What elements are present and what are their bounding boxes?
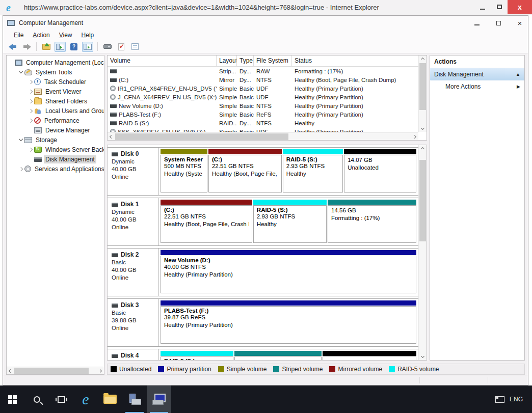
volume-vertical-scrollbar[interactable] <box>418 56 427 132</box>
column-header-volume[interactable]: Volume <box>108 56 217 66</box>
volume-horizontal-scrollbar[interactable] <box>108 132 418 140</box>
help-button[interactable]: ? <box>68 42 79 52</box>
browser-close-button[interactable]: x <box>508 0 532 14</box>
app-minimize-button[interactable] <box>473 19 481 27</box>
volume-row-plabs-test-f[interactable]: PLABS-Test (F:)SimpleBasicReFSHealthy (P… <box>108 110 418 119</box>
language-indicator[interactable]: ENG <box>510 396 523 403</box>
collapse-icon[interactable]: ▲ <box>516 72 520 77</box>
scroll-left-button[interactable] <box>7 367 14 375</box>
tree-item-system-tools[interactable]: System Tools <box>7 67 104 77</box>
partition-new-volume-d[interactable]: New Volume (D:)40.00 GB NTFSHealthy (Pri… <box>161 250 416 293</box>
expander-icon[interactable] <box>29 147 33 151</box>
tree-item-computer-management-local[interactable]: Computer Management (Local <box>7 58 104 67</box>
partition-c[interactable]: (C:)22.51 GB NTFSHealthy (Boot, Page Fil… <box>208 149 282 192</box>
scrollbar-thumb[interactable] <box>115 133 288 140</box>
taskbar-server-manager[interactable] <box>122 386 147 413</box>
menu-file[interactable]: File <box>9 31 28 40</box>
volume-row-new-volume-d[interactable]: New Volume (D:)SimpleBasicNTFSHealthy (P… <box>108 101 418 110</box>
volume-row-j-cena-x64frev-en-us-dv5-x[interactable]: J_CENA_X64FREV_EN-US_DV5 (X:)SimpleBasic… <box>108 93 418 101</box>
volume-row-sss-x64frev-en-us-dv9-z[interactable]: SSS_X64FREV_EN-US_DV9 (Z:)SimpleBasicUDF… <box>108 127 418 132</box>
taskbar-file-explorer[interactable] <box>98 386 122 413</box>
expander-icon[interactable] <box>19 167 23 171</box>
partition-formatting-17[interactable]: 14.56 GBFormatting : (17%) <box>328 200 416 243</box>
toggle-action-pane-button[interactable] <box>82 42 93 52</box>
volume-row-blank[interactable]: Strip...Dy...RAWFormatting : (17%) <box>108 67 418 75</box>
taskbar-search-button[interactable] <box>24 386 49 413</box>
taskbar-computer-management[interactable] <box>147 386 171 413</box>
column-header-layout[interactable]: Layout <box>217 56 237 66</box>
partition-c[interactable]: (C:)22.51 GB NTFSHealthy (Boot, Page Fil… <box>161 200 252 243</box>
column-header-file-system[interactable]: File System <box>254 56 292 66</box>
app-close-button[interactable]: × <box>516 19 524 27</box>
back-button[interactable] <box>7 42 18 52</box>
disk-type: Dynamic <box>112 158 154 166</box>
volume-row-raid-5-s[interactable]: RAID-5 (S:)RAID...Dy...NTFSHealthy <box>108 119 418 127</box>
more-actions-item[interactable]: More Actions ▶ <box>430 80 524 93</box>
tree-item-windows-server-backup[interactable]: Windows Server Backup <box>7 145 104 154</box>
partition-region[interactable] <box>323 351 416 360</box>
tree-item-performance[interactable]: Performance <box>7 116 104 125</box>
browser-maximize-button[interactable] <box>491 0 508 14</box>
tree-horizontal-scrollbar[interactable] <box>7 367 104 374</box>
partition-raid-5-s[interactable]: RAID-5 (S:)2.93 GB NTFSHealthy <box>283 149 343 192</box>
column-header-type[interactable]: Type <box>237 56 254 66</box>
tree-item-storage[interactable]: Storage <box>7 135 104 145</box>
disk-properties-button[interactable] <box>102 42 113 52</box>
forward-button[interactable] <box>21 42 32 52</box>
tree-item-event-viewer[interactable]: Event Viewer <box>7 87 104 96</box>
partition-raid-5-s[interactable]: RAID-5 (S:) <box>161 351 233 360</box>
tree-item-device-manager[interactable]: Device Manager <box>7 125 104 135</box>
disk-label[interactable]: Disk 1Dynamic40.00 GBOnline <box>108 198 158 245</box>
tree-item-local-users-and-groups[interactable]: Local Users and Groups <box>7 106 104 116</box>
scroll-up-button[interactable] <box>419 145 427 153</box>
volume-row-c[interactable]: (C:)MirrorDy...NTFSHealthy (Boot, Page F… <box>108 75 418 84</box>
tools-icon <box>24 69 32 75</box>
tree-item-services-and-applications[interactable]: Services and Applications <box>7 164 104 174</box>
scroll-up-button[interactable] <box>419 56 427 63</box>
toggle-console-tree-button[interactable] <box>55 42 66 52</box>
task-list-button[interactable] <box>129 42 141 52</box>
menu-action[interactable]: Action <box>28 31 54 40</box>
volume-row-ir1-cpra-x64frev-en-us-dv5-y[interactable]: IR1_CPRA_X64FREV_EN-US_DV5 (Y:)SimpleBas… <box>108 84 418 93</box>
scroll-down-button[interactable] <box>419 352 427 360</box>
menu-view[interactable]: View <box>55 31 77 40</box>
partition-plabs-test-f[interactable]: PLABS-Test (F:)39.87 GB ReFSHealthy (Pri… <box>161 300 416 344</box>
disk-vertical-scrollbar[interactable] <box>418 145 427 360</box>
expander-icon[interactable] <box>29 118 33 122</box>
scroll-right-button[interactable] <box>411 133 418 141</box>
start-button[interactable] <box>0 386 24 413</box>
menu-help[interactable]: Help <box>77 31 99 40</box>
taskbar-internet-explorer[interactable]: e <box>73 386 98 413</box>
partition-raid-5-s[interactable]: RAID-5 (S:)2.93 GB NTFSHealthy <box>253 200 327 243</box>
expander-icon[interactable] <box>29 99 33 103</box>
partition-system-reser[interactable]: System Reser500 MB NTFSHealthy (Syste <box>161 149 207 192</box>
check-status-button[interactable] <box>116 42 127 52</box>
up-one-level-button[interactable] <box>41 42 52 52</box>
scrollbar-thumb[interactable] <box>14 368 89 374</box>
expander-icon[interactable] <box>29 79 33 84</box>
scrollbar-thumb[interactable] <box>419 63 426 110</box>
partition-region[interactable] <box>234 351 322 360</box>
column-header-status[interactable]: Status <box>292 56 418 66</box>
scroll-left-button[interactable] <box>108 133 115 141</box>
scroll-right-button[interactable] <box>96 367 104 375</box>
browser-minimize-button[interactable] <box>474 0 491 14</box>
app-maximize-button[interactable] <box>494 19 502 27</box>
tree-item-shared-folders[interactable]: Shared Folders <box>7 96 104 106</box>
tree-item-label: Event Viewer <box>44 88 83 96</box>
expander-icon[interactable] <box>29 108 33 113</box>
tree-item-disk-management[interactable]: Disk Management <box>7 154 104 164</box>
scrollbar-thumb[interactable] <box>419 160 426 241</box>
task-view-button[interactable] <box>49 386 73 413</box>
partition-unallocated[interactable]: 14.07 GBUnallocated <box>344 149 416 192</box>
disk-label[interactable]: Disk 4Dynamic <box>108 349 158 360</box>
disk-label[interactable]: Disk 3Basic39.88 GBOnline <box>108 299 158 346</box>
expander-icon[interactable] <box>29 89 33 93</box>
disk-label[interactable]: Disk 0Dynamic40.00 GBOnline <box>108 148 158 195</box>
disk-label[interactable]: Disk 2Basic40.00 GBOnline <box>108 249 158 296</box>
actions-group-disk-management[interactable]: Disk Management ▲ <box>430 68 524 80</box>
expander-icon[interactable] <box>19 137 23 141</box>
scroll-down-button[interactable] <box>419 124 427 132</box>
expander-icon[interactable] <box>19 69 23 73</box>
tree-item-task-scheduler[interactable]: Task Scheduler <box>7 77 104 87</box>
